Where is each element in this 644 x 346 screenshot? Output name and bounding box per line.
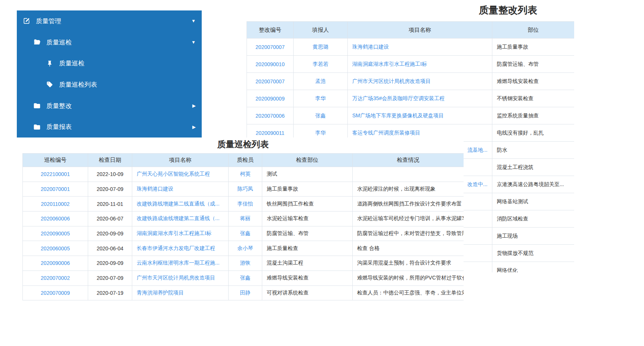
- table-row: 2020070001 2020-07-09 珠海鹤港口建设 陈巧凤 施工质量事故…: [23, 182, 464, 197]
- insp-project-link[interactable]: 青海洪湖养护院项目: [132, 285, 229, 300]
- sidebar-item-label: 质量管理: [36, 17, 61, 25]
- rect-part-cell: 监控系统质量抽查: [492, 107, 575, 124]
- folder-icon: [33, 123, 41, 131]
- insp-id-link[interactable]: 2020060005: [23, 241, 88, 256]
- col-rect-id[interactable]: 整改编号: [247, 22, 294, 38]
- table-row: 2020060006 2020-06-07 改建铁路成渝线增建第二直通线（...…: [23, 211, 464, 226]
- inspection-table: 巡检编号 检查日期 项目名称 质检员 检查部位 检查情况 2022100001 …: [22, 153, 464, 300]
- insp-project-link[interactable]: 改建铁路线增建第二线直通线（成...: [132, 197, 229, 211]
- rect-project-link[interactable]: 万达广场35#会所及咖啡厅空调安装工程: [348, 90, 492, 107]
- insp-id-link[interactable]: 2020070001: [23, 182, 88, 197]
- table-row: 2022100001 2022-10-09 广州天心苑小区智能化系统工程 柯英 …: [23, 167, 464, 182]
- rect-project-link[interactable]: SM广场地下车库更换摄像机及硬盘项目: [348, 107, 492, 124]
- insp-inspector-link[interactable]: 张鑫: [229, 271, 262, 285]
- col-rect-filler[interactable]: 填报人: [294, 22, 348, 38]
- rect-id-link[interactable]: 2020070006: [247, 107, 294, 124]
- chevron-down-icon[interactable]: ▼: [191, 19, 196, 23]
- rect-part-cell: 施工现场: [492, 228, 575, 245]
- table-row: 2020070007 黄思璐 珠海鹤港口建设 施工质量事故: [247, 38, 575, 56]
- sidebar-item-quality-inspection[interactable]: 质量巡检: [17, 53, 202, 74]
- insp-inspector-link[interactable]: 余小琴: [229, 241, 262, 256]
- insp-id-link[interactable]: 2020110002: [23, 197, 88, 211]
- chevron-right-icon[interactable]: ▶: [192, 125, 196, 129]
- folder-open-icon: [33, 38, 41, 46]
- insp-inspector-link[interactable]: 张鑫: [229, 226, 262, 241]
- rect-part-cell: 电线没有接好，乱扎: [492, 124, 575, 142]
- rect-part-cell: 货物摆放不规范: [492, 245, 575, 262]
- rect-project-link[interactable]: 珠海鹤港口建设: [348, 38, 492, 56]
- insp-detail-cell: [353, 167, 464, 182]
- col-insp-date[interactable]: 检查日期: [88, 154, 132, 167]
- rect-filler-link[interactable]: 张鑫: [294, 107, 348, 124]
- rect-project-link[interactable]: 湖南洞庭湖水库引水工程施工I标: [348, 56, 492, 73]
- rect-filler-link[interactable]: 李若若: [294, 56, 348, 73]
- insp-part-cell: 铁丝网围挡工作检查: [262, 197, 353, 211]
- insp-detail-cell: 水泥砼运输车司机经过专门培训，从事水泥罐车: [353, 211, 464, 226]
- sidebar-item-quality-management[interactable]: 质量管理 ▼: [17, 10, 202, 32]
- rect-project-link[interactable]: 广州市天河区统计局机房改造项目: [348, 73, 492, 90]
- insp-project-link[interactable]: 广州市天河区统计局机房改造项目: [132, 271, 229, 285]
- sidebar-item-quality-inspection-list[interactable]: 质量巡检列表: [17, 74, 202, 95]
- insp-project-link[interactable]: 广州天心苑小区智能化系统工程: [132, 167, 229, 182]
- rect-part-cell: 网络优化: [492, 262, 575, 273]
- rect-id-link[interactable]: 2020090009: [247, 90, 294, 107]
- insp-detail-cell: 防腐管运输过程中，未对管进行垫支，导致管周: [353, 226, 464, 241]
- insp-date-cell: 2020-07-09: [88, 182, 132, 197]
- insp-inspector-link[interactable]: 田静: [229, 285, 262, 300]
- table-row: 2020070009 2020-07-19 青海洪湖养护院项目 田静 可视对讲系…: [23, 285, 464, 300]
- rect-id-link[interactable]: 2020070007: [247, 38, 294, 56]
- insp-id-link[interactable]: 2020070009: [23, 285, 88, 300]
- insp-inspector-link[interactable]: 柯英: [229, 167, 262, 182]
- insp-date-cell: 2020-07-19: [88, 285, 132, 300]
- insp-id-link[interactable]: 2020090006: [23, 256, 88, 271]
- rect-id-link[interactable]: 2020070007: [247, 73, 294, 90]
- col-insp-detail[interactable]: 检查情况: [353, 154, 464, 167]
- page-title-inspection: 质量巡检列表: [22, 139, 464, 150]
- sidebar-item-label: 质量巡检列表: [59, 80, 97, 89]
- insp-part-cell: 混凝土沟渠工程: [262, 256, 353, 271]
- sidebar-item-quality-inspection-group[interactable]: 质量巡检 ▼: [17, 32, 202, 53]
- table-row: 2020090005 2020-09-09 湖南洞庭湖水库引水工程施工I标 张鑫…: [23, 226, 464, 241]
- insp-project-link[interactable]: 云南水利枢纽潜明水库一期工程施...: [132, 256, 229, 271]
- insp-project-link[interactable]: 湖南洞庭湖水库引水工程施工I标: [132, 226, 229, 241]
- insp-part-cell: 防腐管运输、布管: [262, 226, 353, 241]
- col-insp-id[interactable]: 巡检编号: [23, 154, 88, 167]
- col-insp-inspector[interactable]: 质检员: [229, 154, 262, 167]
- rect-filler-link[interactable]: 黄思璐: [294, 38, 348, 56]
- insp-part-cell: 可视对讲系统检查: [262, 285, 353, 300]
- col-rect-project[interactable]: 项目名称: [348, 22, 492, 38]
- insp-date-cell: 2020-09-09: [88, 256, 132, 271]
- insp-part-cell: 施工质量事故: [262, 182, 353, 197]
- pin-icon: [46, 59, 54, 68]
- table-row: 2020110002 2020-11-01 改建铁路线增建第二线直通线（成...…: [23, 197, 464, 211]
- insp-id-link[interactable]: 2022100001: [23, 167, 88, 182]
- rect-part-cell: 混凝土工程浇筑: [492, 159, 575, 176]
- insp-project-link[interactable]: 珠海鹤港口建设: [132, 182, 229, 197]
- insp-project-link[interactable]: 改建铁路成渝线增建第二直通线（...: [132, 211, 229, 226]
- insp-inspector-link[interactable]: 蒋丽: [229, 211, 262, 226]
- sidebar-item-quality-rectification[interactable]: 质量整改 ▶: [17, 95, 202, 117]
- rect-id-link[interactable]: 2020090010: [247, 56, 294, 73]
- insp-id-link[interactable]: 2020090005: [23, 226, 88, 241]
- sidebar-item-quality-report[interactable]: 质量报表 ▶: [17, 116, 202, 138]
- rect-filler-link[interactable]: 孟浩: [294, 73, 348, 90]
- sidebar-item-label: 质量巡检: [46, 38, 72, 47]
- sidebar-item-label: 质量巡检: [59, 59, 84, 68]
- table-row: 2020090010 李若若 湖南洞庭湖水库引水工程施工I标 防腐管运输、布管: [247, 56, 575, 73]
- col-insp-project[interactable]: 项目名称: [132, 154, 229, 167]
- col-rect-part[interactable]: 部位: [492, 22, 575, 38]
- insp-inspector-link[interactable]: 李佳怡: [229, 197, 262, 211]
- chevron-down-icon[interactable]: ▼: [191, 40, 196, 44]
- rect-filler-link[interactable]: 李华: [294, 90, 348, 107]
- insp-id-link[interactable]: 2020060006: [23, 211, 88, 226]
- insp-inspector-link[interactable]: 游恢: [229, 256, 262, 271]
- insp-part-cell: 施工质量检查: [262, 241, 353, 256]
- insp-project-link[interactable]: 长春市伊通河水力发电厂改建工程: [132, 241, 229, 256]
- insp-id-link[interactable]: 2020070002: [23, 271, 88, 285]
- insp-inspector-link[interactable]: 陈巧凤: [229, 182, 262, 197]
- chevron-right-icon[interactable]: ▶: [192, 104, 196, 108]
- page-title-rectification: 质量整改列表: [479, 4, 537, 17]
- rect-part-cell: 网络基站测试: [492, 193, 575, 210]
- table-row: 2020070006 张鑫 SM广场地下车库更换摄像机及硬盘项目 监控系统质量抽…: [247, 107, 575, 124]
- col-insp-part[interactable]: 检查部位: [262, 154, 353, 167]
